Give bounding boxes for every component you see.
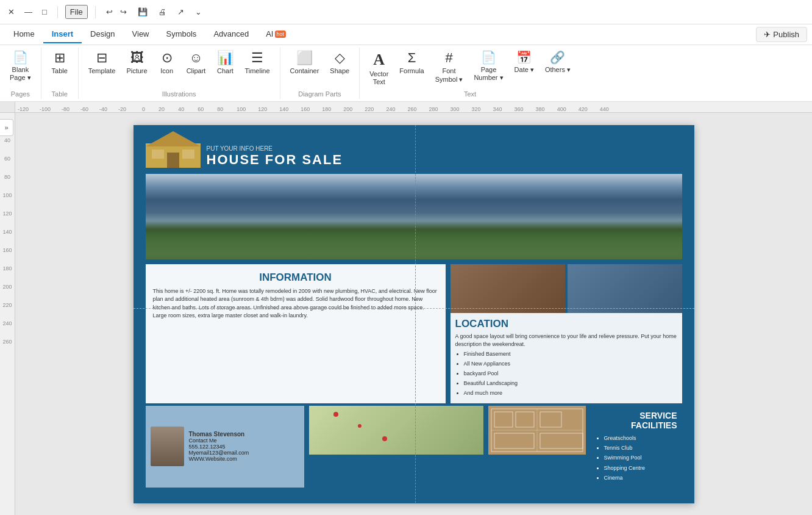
publish-icon: ✈ (764, 30, 771, 39)
tab-symbols[interactable]: Symbols (158, 26, 205, 43)
location-text: A good space layout will bring convenien… (455, 333, 677, 349)
sidebar-toggle[interactable]: » (0, 119, 13, 136)
template-label: Template (88, 67, 116, 75)
picture-label: Picture (126, 67, 147, 75)
illustrations-group-label: Illustrations (84, 89, 275, 99)
file-button[interactable]: File (65, 5, 88, 19)
service-list: Greatschools Tennis Club Swimming Pool S… (596, 433, 677, 483)
agent-photo (151, 427, 184, 466)
bullet-1: Finished Basement (464, 349, 677, 359)
more-button[interactable]: ⌄ (192, 6, 205, 18)
service-box: SERVICEFACILITIES Greatschools Tennis Cl… (591, 406, 682, 488)
info-section: INFORMATION This home is +/- 2200 sq. ft… (146, 264, 446, 403)
bullet-3: backyard Pool (464, 369, 677, 378)
blank-page-label: BlankPage ▾ (10, 66, 31, 82)
clipart-button[interactable]: ☺ Clipart (182, 48, 211, 78)
flyer-header: PUT YOUR INFO HERE HOUSE FOR SALE (134, 125, 694, 168)
font-symbol-button[interactable]: # FontSymbol ▾ (430, 48, 468, 86)
ribbon-group-table: ⊞ Table Table (41, 48, 79, 99)
right-column: LOCATION A good space layout will bring … (451, 264, 682, 403)
maximize-button[interactable]: □ (39, 6, 50, 18)
agent-contact: Contact Me (189, 438, 249, 444)
template-button[interactable]: ⊟ Template (84, 48, 121, 78)
date-button[interactable]: 📅 Date ▾ (510, 48, 539, 76)
tab-view[interactable]: View (124, 26, 158, 43)
ribbon-group-illustrations: ⊟ Template 🖼 Picture ⊙ Icon ☺ Clipart 📊 … (79, 48, 280, 99)
timeline-label: Timeline (244, 67, 269, 75)
info-text: This home is +/- 2200 sq. ft. Home was t… (153, 287, 438, 320)
others-button[interactable]: 🔗 Others ▾ (540, 48, 575, 76)
sep1 (57, 6, 58, 18)
vector-text-button[interactable]: A VectorText (365, 48, 393, 89)
pages-group-label: Pages (5, 89, 36, 99)
print-button[interactable]: 🖨 (155, 6, 169, 18)
date-icon: 📅 (516, 50, 532, 65)
agent-website: WWW.Website.com (189, 456, 249, 462)
blank-page-button[interactable]: 📄 BlankPage ▾ (5, 48, 36, 84)
tab-home[interactable]: Home (5, 26, 43, 43)
formula-button[interactable]: Σ Formula (394, 48, 429, 78)
blank-page-icon: 📄 (13, 50, 28, 65)
svg-rect-12 (540, 433, 583, 448)
clipart-label: Clipart (187, 67, 206, 75)
tab-insert[interactable]: Insert (43, 26, 82, 43)
agent-phone: 555.122.12345 (189, 444, 249, 450)
table-button[interactable]: ⊞ Table (46, 48, 73, 78)
publish-button[interactable]: ✈ Publish (756, 27, 807, 42)
bottom-padding (134, 488, 694, 500)
guide-line-vertical (415, 125, 416, 503)
small-photos-row (451, 264, 682, 313)
floor-plan (488, 406, 586, 455)
tab-advanced[interactable]: Advanced (205, 26, 257, 43)
ribbon-items-diagram: ⬜ Container ◇ Shape (285, 48, 355, 89)
chart-button[interactable]: 📊 Chart (212, 48, 238, 78)
tab-design[interactable]: Design (82, 26, 123, 43)
canvas-area[interactable]: PUT YOUR INFO HERE HOUSE FOR SALE (15, 113, 812, 515)
svg-rect-10 (540, 412, 561, 427)
svg-rect-2 (152, 149, 164, 159)
container-icon: ⬜ (296, 50, 313, 66)
main-photo (146, 174, 682, 259)
tab-ai[interactable]: AI hot (257, 26, 294, 43)
service-item-5: Cinema (604, 473, 677, 483)
minimize-button[interactable]: — (21, 6, 35, 18)
house-for-sale-title: HOUSE FOR SALE (207, 152, 343, 168)
shape-label: Shape (330, 67, 349, 75)
svg-rect-4 (167, 153, 179, 168)
page-number-label: PageNumber ▾ (474, 66, 503, 82)
guide-line-horizontal (134, 308, 694, 309)
service-item-1: Greatschools (604, 433, 677, 443)
undo-button[interactable]: ↩ (103, 6, 116, 18)
workspace: 20406080100 120140160180200 220240260 » (0, 113, 812, 515)
bullet-2: All New Appliances (464, 359, 677, 369)
icon-button[interactable]: ⊙ Icon (154, 48, 180, 78)
menu-bar: Home Insert Design View Symbols Advanced… (0, 24, 812, 45)
vector-text-label: VectorText (369, 70, 388, 86)
location-section: LOCATION A good space layout will bring … (451, 313, 682, 403)
save-button[interactable]: 💾 (135, 6, 151, 18)
text-group-label: Text (365, 89, 575, 99)
hot-badge: hot (275, 31, 287, 38)
page-canvas: PUT YOUR INFO HERE HOUSE FOR SALE (134, 125, 694, 503)
chart-label: Chart (217, 67, 233, 75)
close-button[interactable]: ✕ (5, 6, 18, 18)
service-item-3: Swimming Pool (604, 453, 677, 463)
shape-icon: ◇ (335, 50, 345, 66)
timeline-button[interactable]: ☰ Timeline (240, 48, 274, 78)
svg-rect-9 (516, 412, 534, 427)
location-heading: LOCATION (455, 318, 677, 330)
undo-redo-group: ↩ ↪ (103, 6, 130, 18)
container-label: Container (290, 67, 319, 75)
chart-icon: 📊 (217, 50, 233, 66)
page-number-button[interactable]: 📄 PageNumber ▾ (469, 48, 508, 84)
font-symbol-label: FontSymbol ▾ (435, 67, 463, 83)
redo-button[interactable]: ↪ (117, 6, 130, 18)
container-button[interactable]: ⬜ Container (285, 48, 324, 78)
font-symbol-icon: # (445, 50, 452, 66)
svg-rect-8 (494, 412, 513, 427)
date-label: Date ▾ (515, 66, 534, 74)
picture-button[interactable]: 🖼 Picture (121, 48, 152, 78)
export-button[interactable]: ↗ (174, 6, 187, 18)
flyer-title-block: PUT YOUR INFO HERE HOUSE FOR SALE (207, 145, 343, 168)
shape-button[interactable]: ◇ Shape (325, 48, 354, 78)
